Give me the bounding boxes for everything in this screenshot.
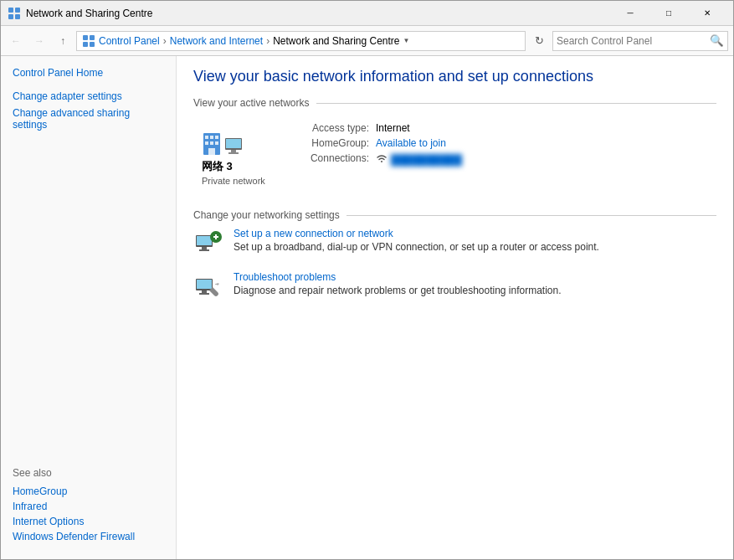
homegroup-label: HomeGroup: bbox=[285, 137, 369, 149]
svg-rect-12 bbox=[205, 141, 208, 145]
new-connection-content: Set up a new connection or network Set u… bbox=[234, 228, 599, 253]
svg-rect-5 bbox=[90, 35, 95, 40]
svg-rect-9 bbox=[205, 136, 208, 139]
back-button[interactable]: ← bbox=[6, 31, 26, 51]
connections-row: Connections: ██████████ bbox=[285, 152, 716, 167]
svg-rect-7 bbox=[90, 42, 95, 47]
connection-wifi-icon bbox=[376, 152, 388, 167]
refresh-button[interactable]: ↻ bbox=[529, 31, 549, 51]
svg-rect-19 bbox=[228, 152, 239, 154]
see-also-label: See also bbox=[13, 467, 164, 479]
access-type-value: Internet bbox=[376, 122, 410, 134]
breadcrumb-network-internet[interactable]: Network and Internet bbox=[170, 35, 263, 47]
breadcrumb-sep-2: › bbox=[266, 35, 269, 47]
network-name: 网络 3 bbox=[202, 159, 233, 174]
search-button[interactable]: 🔍 bbox=[709, 33, 724, 49]
troubleshoot-item: Troubleshoot problems Diagnose and repai… bbox=[193, 271, 716, 301]
sidebar-item-change-adapter[interactable]: Change adapter settings bbox=[1, 88, 176, 105]
breadcrumb-sep-1: › bbox=[163, 35, 167, 47]
svg-rect-18 bbox=[231, 150, 236, 152]
svg-rect-17 bbox=[226, 139, 241, 148]
network-icon-area: 网络 3 Private network bbox=[193, 122, 269, 186]
control-panel-icon bbox=[82, 34, 95, 48]
address-bar: ← → ↑ Control Panel › Network and Intern… bbox=[1, 26, 733, 56]
content-area: View your basic network information and … bbox=[177, 56, 733, 560]
svg-rect-1 bbox=[15, 8, 20, 13]
troubleshoot-icon bbox=[193, 271, 223, 301]
svg-rect-3 bbox=[15, 14, 20, 19]
breadcrumb-bar: Control Panel › Network and Internet › N… bbox=[76, 31, 526, 51]
page-title: View your basic network information and … bbox=[193, 68, 716, 85]
troubleshoot-desc: Diagnose and repair network problems or … bbox=[234, 285, 562, 296]
svg-rect-11 bbox=[215, 136, 218, 139]
window-controls: ─ □ ✕ bbox=[611, 1, 726, 26]
svg-rect-4 bbox=[83, 35, 88, 40]
homegroup-value[interactable]: Available to join bbox=[376, 137, 446, 149]
up-button[interactable]: ↑ bbox=[53, 31, 73, 51]
sidebar-internet-options-link[interactable]: Internet Options bbox=[13, 514, 164, 529]
sidebar-infrared-link[interactable]: Infrared bbox=[13, 499, 164, 514]
troubleshoot-content: Troubleshoot problems Diagnose and repai… bbox=[234, 271, 562, 296]
connections-value: ██████████ bbox=[376, 152, 462, 167]
homegroup-row: HomeGroup: Available to join bbox=[285, 137, 716, 149]
search-input[interactable] bbox=[557, 35, 709, 47]
new-connection-icon bbox=[193, 228, 223, 258]
network-type: Private network bbox=[202, 176, 265, 186]
svg-rect-14 bbox=[215, 141, 218, 145]
forward-button[interactable]: → bbox=[29, 31, 49, 51]
maximize-button[interactable]: □ bbox=[649, 1, 688, 26]
connection-name-blurred[interactable]: ██████████ bbox=[391, 154, 462, 166]
svg-rect-28 bbox=[197, 280, 212, 289]
svg-rect-26 bbox=[215, 234, 217, 239]
sidebar: Control Panel Home Change adapter settin… bbox=[1, 56, 177, 560]
network-building-icon bbox=[202, 122, 245, 156]
svg-rect-13 bbox=[210, 141, 213, 145]
breadcrumb-current: Network and Sharing Centre bbox=[273, 35, 399, 47]
search-box: 🔍 bbox=[552, 31, 728, 51]
access-type-label: Access type: bbox=[285, 122, 369, 134]
svg-rect-0 bbox=[8, 8, 13, 13]
svg-rect-23 bbox=[199, 249, 209, 251]
sidebar-homegroup-link[interactable]: HomeGroup bbox=[13, 484, 164, 499]
connections-label: Connections: bbox=[285, 152, 369, 167]
svg-rect-30 bbox=[199, 293, 209, 295]
sidebar-bottom: See also HomeGroup Infrared Internet Opt… bbox=[1, 459, 176, 552]
svg-rect-29 bbox=[202, 290, 207, 293]
network-info-panel: 网络 3 Private network Access type: Intern… bbox=[193, 116, 716, 193]
main-layout: Control Panel Home Change adapter settin… bbox=[1, 56, 733, 560]
sidebar-firewall-link[interactable]: Windows Defender Firewall bbox=[13, 529, 164, 544]
svg-rect-10 bbox=[210, 136, 213, 139]
sidebar-item-control-panel-home[interactable]: Control Panel Home bbox=[1, 64, 176, 81]
new-connection-title[interactable]: Set up a new connection or network bbox=[234, 228, 393, 239]
svg-rect-21 bbox=[197, 236, 212, 245]
svg-rect-22 bbox=[202, 247, 207, 249]
breadcrumb-dropdown-arrow[interactable]: ▼ bbox=[403, 37, 410, 44]
breadcrumb-icon-area bbox=[82, 34, 99, 48]
close-button[interactable]: ✕ bbox=[688, 1, 726, 26]
window-icon bbox=[8, 7, 21, 20]
svg-rect-2 bbox=[8, 14, 13, 19]
new-connection-desc: Set up a broadband, dial-up or VPN conne… bbox=[234, 241, 599, 253]
troubleshoot-title[interactable]: Troubleshoot problems bbox=[234, 271, 336, 283]
svg-rect-15 bbox=[208, 148, 215, 155]
breadcrumb-control-panel[interactable]: Control Panel bbox=[99, 35, 160, 47]
sidebar-item-change-advanced[interactable]: Change advanced sharing settings bbox=[1, 105, 176, 133]
network-details: Access type: Internet HomeGroup: Availab… bbox=[269, 122, 716, 170]
active-networks-header: View your active networks bbox=[193, 97, 716, 109]
networking-settings-header: Change your networking settings bbox=[193, 209, 716, 221]
sidebar-top: Control Panel Home Change adapter settin… bbox=[1, 64, 176, 133]
window-title: Network and Sharing Centre bbox=[26, 8, 611, 19]
access-type-row: Access type: Internet bbox=[285, 122, 716, 134]
title-bar: Network and Sharing Centre ─ □ ✕ bbox=[1, 1, 733, 26]
svg-rect-6 bbox=[83, 42, 88, 47]
networking-settings-section: Change your networking settings bbox=[193, 209, 716, 301]
minimize-button[interactable]: ─ bbox=[611, 1, 649, 26]
new-connection-item: Set up a new connection or network Set u… bbox=[193, 228, 716, 258]
